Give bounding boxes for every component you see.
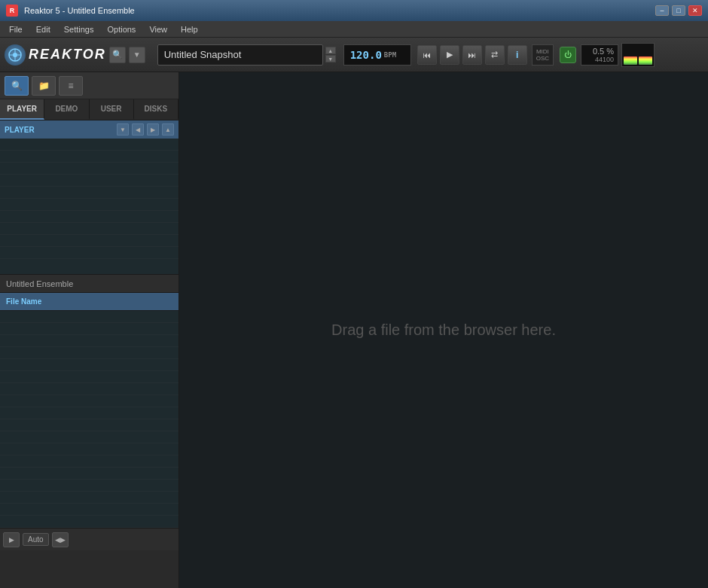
player-section-header: PLAYER ▼ ◀ ▶ ▲ — [0, 120, 179, 139]
list-item[interactable] — [0, 247, 179, 259]
vu-meter — [621, 43, 655, 67]
power-area: ⏻ — [560, 47, 576, 63]
main-area: 🔍 📁 ≡ PLAYER DEMO USER DISKS PLAYER ▼ ◀ … — [0, 72, 708, 588]
title-bar-text: Reaktor 5 - Untitled Ensemble — [24, 6, 649, 15]
file-list — [0, 311, 179, 528]
tab-user[interactable]: USER — [90, 99, 134, 120]
vu-bar-right — [639, 56, 652, 64]
drop-hint-text: Drag a file from the browser here. — [331, 321, 556, 339]
menu-file[interactable]: File — [3, 23, 29, 35]
vu-bar-left — [624, 56, 637, 64]
toolbar: REAKTOR 🔍 ▼ Untitled Snapshot ▲ ▼ 120.0 … — [0, 38, 708, 72]
browser-toolbar: 🔍 📁 ≡ — [0, 72, 179, 99]
menu-view[interactable]: View — [143, 23, 173, 35]
list-item[interactable] — [0, 199, 179, 211]
list-item[interactable] — [0, 347, 179, 359]
sidebar: 🔍 📁 ≡ PLAYER DEMO USER DISKS PLAYER ▼ ◀ … — [0, 72, 179, 588]
osc-label: OSC — [536, 55, 549, 62]
transport-loop-button[interactable]: ⇄ — [485, 45, 505, 65]
list-item[interactable] — [0, 151, 179, 163]
player-list — [0, 139, 179, 274]
power-button[interactable]: ⏻ — [560, 47, 576, 63]
logo-search-button[interactable]: 🔍 — [109, 47, 126, 63]
list-item[interactable] — [0, 359, 179, 371]
cpu-hz: 44100 — [595, 56, 614, 63]
tab-disks[interactable]: DISKS — [134, 99, 179, 120]
list-item[interactable] — [0, 235, 179, 247]
list-item[interactable] — [0, 516, 179, 528]
reaktor-logo-text: REAKTOR — [29, 47, 106, 62]
snapshot-name-display: Untitled Snapshot — [157, 44, 323, 66]
list-item[interactable] — [0, 335, 179, 347]
file-list-header: File Name — [0, 293, 179, 311]
browser-tab-bar: PLAYER DEMO USER DISKS — [0, 99, 179, 120]
bpm-display[interactable]: 120.0 BPM — [343, 44, 411, 66]
ensemble-section: Untitled Ensemble File Name — [0, 274, 179, 528]
menu-edit[interactable]: Edit — [30, 23, 56, 35]
list-item[interactable] — [0, 480, 179, 492]
info-button[interactable]: i — [508, 45, 527, 65]
sidebar-footer-add-button[interactable]: ▶ — [3, 532, 20, 547]
list-item[interactable] — [0, 187, 179, 199]
close-button[interactable]: ✕ — [688, 5, 702, 16]
snapshot-up-arrow[interactable]: ▲ — [325, 47, 336, 54]
sidebar-footer-extra-button[interactable]: ◀▶ — [52, 532, 69, 547]
list-item[interactable] — [0, 492, 179, 504]
reaktor-logo-icon — [5, 44, 26, 66]
list-item[interactable] — [0, 407, 179, 419]
title-bar-controls: – □ ✕ — [655, 5, 702, 16]
bpm-label: BPM — [384, 51, 396, 59]
logo-dropdown-button[interactable]: ▼ — [129, 47, 145, 63]
snapshot-arrows: ▲ ▼ — [325, 47, 336, 62]
player-prev-button[interactable]: ◀ — [132, 123, 144, 136]
player-section-label: PLAYER — [5, 126, 114, 134]
list-item[interactable] — [0, 175, 179, 187]
list-item[interactable] — [0, 311, 179, 323]
browser-search-button[interactable]: 🔍 — [5, 76, 29, 96]
list-item[interactable] — [0, 163, 179, 175]
menu-help[interactable]: Help — [175, 23, 204, 35]
list-item[interactable] — [0, 395, 179, 407]
list-item[interactable] — [0, 455, 179, 468]
list-item[interactable] — [0, 383, 179, 395]
cpu-display: 0.5 % 44100 — [581, 44, 618, 66]
bpm-area: 120.0 BPM — [343, 44, 411, 66]
transport-rewind-button[interactable]: ⏮ — [417, 45, 437, 65]
list-item[interactable] — [0, 468, 179, 480]
menu-settings[interactable]: Settings — [58, 23, 100, 35]
ensemble-name-label: Untitled Ensemble — [0, 275, 179, 293]
list-item[interactable] — [0, 323, 179, 335]
transport-fastforward-button[interactable]: ⏭ — [462, 45, 482, 65]
midi-osc-display: MIDI OSC — [532, 44, 554, 66]
auto-button[interactable]: Auto — [23, 533, 49, 546]
list-item[interactable] — [0, 431, 179, 443]
snapshot-area: Untitled Snapshot ▲ ▼ — [157, 44, 336, 66]
minimize-button[interactable]: – — [655, 5, 669, 16]
transport-play-button[interactable]: ▶ — [440, 45, 459, 65]
cpu-percent: 0.5 % — [593, 47, 614, 56]
tab-demo[interactable]: DEMO — [44, 99, 89, 120]
list-item[interactable] — [0, 139, 179, 151]
player-dropdown-button[interactable]: ▼ — [117, 123, 129, 136]
snapshot-down-arrow[interactable]: ▼ — [325, 55, 336, 62]
menu-bar: File Edit Settings Options View Help — [0, 21, 708, 38]
list-item[interactable] — [0, 504, 179, 516]
player-expand-button[interactable]: ▲ — [162, 123, 174, 136]
player-next-button[interactable]: ▶ — [147, 123, 159, 136]
sidebar-footer: ▶ Auto ◀▶ — [0, 528, 179, 550]
title-bar: R Reaktor 5 - Untitled Ensemble – □ ✕ — [0, 0, 708, 21]
maximize-button[interactable]: □ — [672, 5, 685, 16]
browser-list-button[interactable]: ≡ — [59, 76, 83, 96]
logo-area: REAKTOR 🔍 ▼ — [5, 44, 145, 66]
main-panel[interactable]: Drag a file from the browser here. — [179, 72, 708, 588]
tab-player[interactable]: PLAYER — [0, 99, 44, 120]
app-icon: R — [6, 5, 18, 17]
list-item[interactable] — [0, 443, 179, 455]
list-item[interactable] — [0, 371, 179, 383]
list-item[interactable] — [0, 211, 179, 223]
browser-folder-button[interactable]: 📁 — [32, 76, 56, 96]
midi-label: MIDI — [536, 48, 549, 55]
list-item[interactable] — [0, 419, 179, 431]
menu-options[interactable]: Options — [101, 23, 142, 35]
list-item[interactable] — [0, 223, 179, 235]
